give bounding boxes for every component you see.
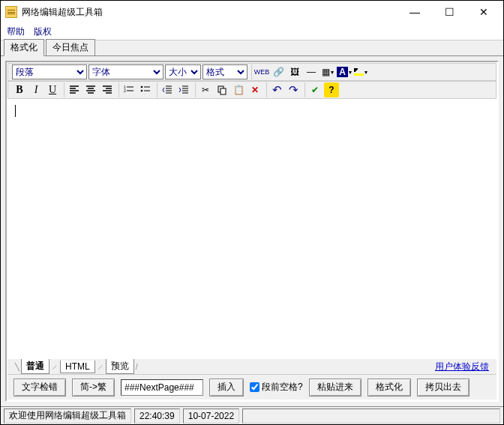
editor-textarea[interactable] — [10, 100, 494, 358]
prespace-checkbox-input[interactable] — [250, 382, 260, 392]
cut-icon[interactable]: ✂ — [198, 82, 213, 97]
font-select[interactable]: 字体 — [88, 64, 164, 79]
spellcheck-icon[interactable]: ✔ — [308, 82, 322, 97]
paste-icon[interactable]: 📋 — [231, 82, 246, 97]
align-left-icon[interactable] — [67, 82, 82, 97]
hr-icon[interactable]: ― — [304, 64, 319, 79]
ordered-list-icon[interactable]: 12 — [122, 82, 136, 97]
insert-button[interactable]: 插入 — [209, 379, 244, 397]
paste-in-button[interactable]: 粘贴进来 — [309, 379, 362, 397]
menu-copyright[interactable]: 版权 — [34, 25, 52, 38]
delete-icon[interactable]: ✕ — [248, 82, 262, 97]
editor-mode-tabs: ╲ 普通 ⟋ HTML ⟋ 预览 / 用户体验反馈 — [8, 359, 496, 374]
help-icon[interactable]: ? — [324, 82, 339, 97]
status-date: 10-07-2022 — [183, 409, 239, 424]
nextpage-input[interactable] — [121, 379, 203, 396]
tab-html[interactable]: HTML — [60, 361, 95, 373]
tab-normal[interactable]: 普通 — [21, 359, 50, 374]
toolbar-row-1: 段落 字体 大小 格式 WEB 🔗 🖼 ― ▦▾ A▾ ▾ — [8, 63, 496, 81]
app-logo-icon — [5, 6, 17, 18]
table-icon[interactable]: ▦▾ — [320, 64, 335, 79]
svg-point-3 — [141, 90, 143, 92]
outdent-icon[interactable] — [160, 82, 175, 97]
prespace-checkbox[interactable]: 段前空格? — [250, 381, 303, 394]
copy-out-button[interactable]: 拷贝出去 — [417, 379, 470, 397]
align-right-icon[interactable] — [100, 82, 115, 97]
status-empty — [242, 409, 500, 424]
title-bar: 网络编辑超级工具箱 — ☐ ✕ — [1, 1, 503, 23]
menu-help[interactable]: 帮助 — [7, 25, 25, 38]
style-select[interactable]: 格式 — [202, 64, 248, 79]
undo-button[interactable]: ↶ — [269, 82, 284, 97]
text-check-button[interactable]: 文字检错 — [14, 379, 66, 397]
copy-icon[interactable] — [214, 82, 230, 97]
feedback-link[interactable]: 用户体验反馈 — [435, 361, 489, 373]
tab-today[interactable]: 今日焦点 — [46, 39, 95, 55]
redo-button[interactable]: ↷ — [286, 82, 301, 97]
font-color-icon[interactable]: A▾ — [337, 64, 352, 79]
unordered-list-icon[interactable] — [138, 82, 153, 97]
tab-format[interactable]: 格式化 — [4, 39, 44, 56]
status-bar: 欢迎使用网络编辑超级工具箱 22:40:39 10-07-2022 — [1, 406, 503, 424]
svg-point-2 — [141, 86, 143, 88]
tab-preview[interactable]: 预览 — [106, 359, 134, 374]
maximize-button[interactable]: ☐ — [439, 6, 460, 18]
bold-button[interactable]: B — [12, 82, 27, 97]
svg-text:2: 2 — [124, 88, 126, 93]
italic-button[interactable]: I — [28, 82, 44, 97]
web-icon[interactable]: WEB — [254, 64, 269, 79]
menu-bar: 帮助 版权 — [1, 23, 503, 40]
main-tab-bar: 格式化 今日焦点 — [1, 40, 503, 56]
size-select[interactable]: 大小 — [165, 64, 201, 79]
simp-to-trad-button[interactable]: 简->繁 — [72, 379, 115, 397]
minimize-button[interactable]: — — [404, 6, 425, 18]
image-icon[interactable]: 🖼 — [287, 64, 302, 79]
highlight-icon[interactable]: ▾ — [353, 64, 368, 79]
link-icon[interactable]: 🔗 — [271, 64, 286, 79]
toolbar-row-2: B I U 12 ✂ 📋 ✕ — [8, 81, 496, 99]
svg-rect-5 — [220, 88, 226, 94]
close-button[interactable]: ✕ — [473, 6, 494, 18]
indent-icon[interactable] — [176, 82, 191, 97]
status-welcome: 欢迎使用网络编辑超级工具箱 — [4, 409, 131, 424]
prespace-label: 段前空格? — [262, 381, 303, 394]
status-time: 22:40:39 — [134, 409, 180, 424]
underline-button[interactable]: U — [45, 82, 60, 97]
bottom-controls: 文字检错 简->繁 插入 段前空格? 粘贴进来 格式化 拷贝出去 — [8, 374, 496, 400]
format-button[interactable]: 格式化 — [368, 379, 411, 397]
paragraph-select[interactable]: 段落 — [12, 64, 87, 79]
editor-panel: 段落 字体 大小 格式 WEB 🔗 🖼 ― ▦▾ A▾ ▾ B I U — [1, 56, 503, 406]
align-center-icon[interactable] — [83, 82, 98, 97]
window-title: 网络编辑超级工具箱 — [22, 6, 404, 19]
text-cursor-icon — [15, 105, 489, 117]
